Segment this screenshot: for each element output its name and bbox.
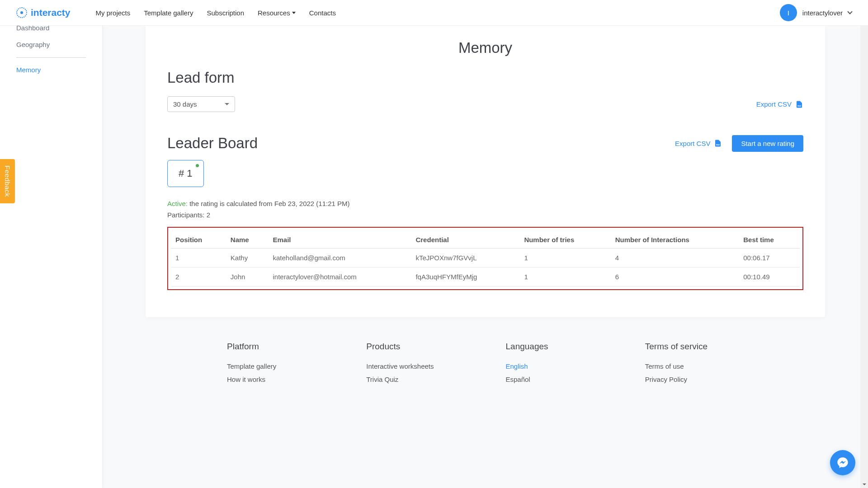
export-csv-label-2: Export CSV bbox=[675, 140, 710, 147]
footer-link[interactable]: English bbox=[506, 362, 604, 370]
footer-link[interactable]: Español bbox=[506, 375, 604, 383]
csv-icon: CSV bbox=[795, 100, 803, 109]
period-select[interactable]: 30 days bbox=[167, 96, 235, 112]
th-tries: Number of tries bbox=[519, 232, 610, 249]
table-cell: 4 bbox=[611, 249, 739, 267]
footer-column: ProductsInteractive worksheetsTrivia Qui… bbox=[366, 342, 465, 389]
status-line: Active: the rating is calculated from Fe… bbox=[167, 200, 803, 207]
scrollbar[interactable] bbox=[860, 0, 868, 488]
username: interactylover bbox=[802, 9, 843, 17]
th-email: Email bbox=[269, 232, 411, 249]
period-value: 30 days bbox=[173, 100, 197, 108]
table-cell: 1 bbox=[519, 267, 610, 286]
main-nav: My projects Template gallery Subscriptio… bbox=[96, 9, 336, 17]
header: interacty My projects Template gallery S… bbox=[0, 0, 868, 26]
page-title: Memory bbox=[167, 39, 803, 56]
table-cell: 2 bbox=[171, 267, 226, 286]
messenger-button[interactable] bbox=[830, 450, 855, 475]
sidebar: Dashboard Geography Memory bbox=[0, 26, 103, 488]
table-cell: fqA3uqHFYMfEyMjg bbox=[411, 267, 519, 286]
footer-link[interactable]: Terms of use bbox=[645, 362, 744, 370]
logo-icon bbox=[16, 7, 27, 18]
th-interactions: Number of Interactions bbox=[611, 232, 739, 249]
leaderboard-table: Position Name Email Credential Number of… bbox=[171, 232, 800, 286]
messenger-icon bbox=[836, 456, 849, 469]
rating-badge[interactable]: # 1 bbox=[167, 160, 204, 187]
scroll-down-button[interactable] bbox=[860, 480, 868, 488]
nav-subscription[interactable]: Subscription bbox=[207, 9, 244, 17]
table-cell: John bbox=[226, 267, 269, 286]
table-cell: 00:10.49 bbox=[739, 267, 800, 286]
table-row: 1Kathykateholland@gmail.comkTeJPOXnw7fGV… bbox=[171, 249, 800, 267]
nav-resources[interactable]: Resources bbox=[258, 9, 296, 17]
footer-link[interactable]: Privacy Policy bbox=[645, 375, 744, 383]
footer-column: LanguagesEnglishEspañol bbox=[506, 342, 604, 389]
table-cell: Kathy bbox=[226, 249, 269, 267]
nav-template-gallery[interactable]: Template gallery bbox=[144, 9, 193, 17]
caret-down-icon bbox=[292, 12, 296, 14]
export-csv-lead[interactable]: Export CSV CSV bbox=[756, 100, 803, 109]
sidebar-item-dashboard[interactable]: Dashboard bbox=[16, 24, 86, 36]
nav-contacts[interactable]: Contacts bbox=[309, 9, 336, 17]
table-cell: kTeJPOXnw7fGVvjL bbox=[411, 249, 519, 267]
export-csv-label: Export CSV bbox=[756, 100, 792, 108]
footer: PlatformTemplate galleryHow it worksProd… bbox=[146, 317, 825, 398]
sidebar-item-memory[interactable]: Memory bbox=[16, 61, 86, 78]
svg-text:CSV: CSV bbox=[717, 144, 719, 145]
footer-link[interactable]: Interactive worksheets bbox=[366, 362, 465, 370]
table-cell: interactylover@hotmail.com bbox=[269, 267, 411, 286]
nav-resources-label: Resources bbox=[258, 9, 290, 17]
feedback-tab[interactable]: Feedback bbox=[0, 159, 15, 203]
csv-icon: CSV bbox=[714, 139, 722, 148]
lead-form-title: Lead form bbox=[167, 69, 803, 86]
main-content: Memory Lead form 30 days Export CSV CSV … bbox=[103, 26, 868, 488]
avatar: I bbox=[780, 4, 797, 21]
leaderboard-table-highlight: Position Name Email Credential Number of… bbox=[167, 227, 803, 290]
table-row: 2Johninteractylover@hotmail.comfqA3uqHFY… bbox=[171, 267, 800, 286]
participants-count: Participants: 2 bbox=[167, 211, 803, 219]
footer-title: Platform bbox=[227, 342, 326, 352]
status-active-label: Active: bbox=[167, 200, 188, 207]
table-cell: 1 bbox=[171, 249, 226, 267]
sidebar-item-geography[interactable]: Geography bbox=[16, 36, 86, 58]
svg-text:CSV: CSV bbox=[798, 105, 801, 107]
start-new-rating-button[interactable]: Start a new rating bbox=[732, 135, 803, 152]
table-cell: 1 bbox=[519, 249, 610, 267]
nav-my-projects[interactable]: My projects bbox=[96, 9, 131, 17]
footer-title: Products bbox=[366, 342, 465, 352]
footer-column: PlatformTemplate galleryHow it works bbox=[227, 342, 326, 389]
brand-name: interacty bbox=[31, 7, 71, 18]
select-caret-icon bbox=[225, 103, 229, 105]
user-menu[interactable]: I interactylover bbox=[780, 4, 852, 21]
th-besttime: Best time bbox=[739, 232, 800, 249]
footer-column: Terms of serviceTerms of usePrivacy Poli… bbox=[645, 342, 744, 389]
table-cell: 00:06.17 bbox=[739, 249, 800, 267]
th-name: Name bbox=[226, 232, 269, 249]
card: Memory Lead form 30 days Export CSV CSV … bbox=[146, 26, 825, 317]
th-credential: Credential bbox=[411, 232, 519, 249]
table-cell: kateholland@gmail.com bbox=[269, 249, 411, 267]
status-text: the rating is calculated from Feb 23, 20… bbox=[188, 200, 350, 207]
footer-link[interactable]: Trivia Quiz bbox=[366, 375, 465, 383]
leaderboard-title: Leader Board bbox=[167, 135, 258, 152]
footer-title: Languages bbox=[506, 342, 604, 352]
chevron-down-icon bbox=[847, 9, 852, 14]
th-position: Position bbox=[171, 232, 226, 249]
footer-link[interactable]: How it works bbox=[227, 375, 326, 383]
logo[interactable]: interacty bbox=[16, 7, 71, 18]
table-cell: 6 bbox=[611, 267, 739, 286]
footer-title: Terms of service bbox=[645, 342, 744, 352]
export-csv-leaderboard[interactable]: Export CSV CSV bbox=[675, 139, 722, 148]
footer-link[interactable]: Template gallery bbox=[227, 362, 326, 370]
